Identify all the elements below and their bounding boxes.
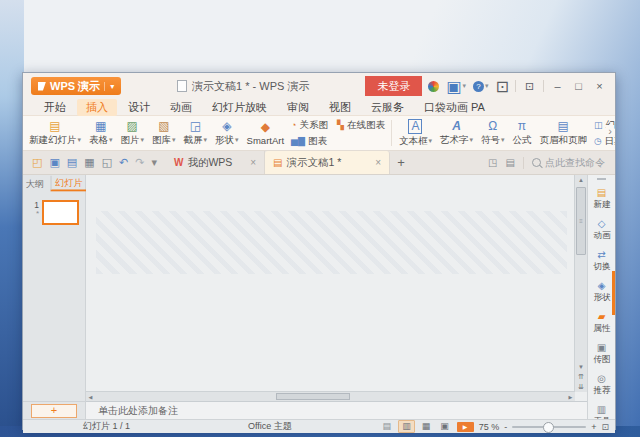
dropdown-caret-icon: ▾ <box>469 136 473 144</box>
next-slide-button[interactable]: ⇊ <box>578 382 584 392</box>
docs-button[interactable]: ▣ ▾ <box>446 77 466 96</box>
zoom-slider[interactable] <box>512 426 586 428</box>
login-button[interactable]: 未登录 <box>365 76 422 96</box>
diagram-button[interactable]: ◔ 关系图 <box>291 119 328 132</box>
print-button[interactable]: ▦ <box>84 156 94 169</box>
wps-app-menu-button[interactable]: WPS 演示 ▾ <box>31 77 121 95</box>
menu-tab[interactable]: 视图 <box>320 99 360 116</box>
save-button[interactable]: ▣ <box>49 156 59 169</box>
menu-tab[interactable]: 动画 <box>161 99 201 116</box>
skin-button[interactable]: ⊡ ▾ <box>496 77 509 96</box>
tab-close-icon[interactable]: × <box>365 157 381 168</box>
docbar-tool-button-2[interactable]: ▤ <box>506 157 515 168</box>
panel-tab[interactable]: 大纲 <box>22 177 48 191</box>
tab-document-1[interactable]: ▤ 演示文稿1 * × <box>265 151 390 174</box>
chart-icon: ▅▇ <box>291 137 305 146</box>
gallery-button[interactable]: ▧ 图库 ▾ <box>148 116 180 150</box>
menu-tab[interactable]: 云服务 <box>362 99 413 116</box>
close-button[interactable]: × <box>592 79 607 94</box>
command-search-box[interactable]: 点此查找命令 <box>532 156 605 170</box>
scroll-down-icon[interactable]: ▼ <box>578 362 584 372</box>
sidebar-item-upload-image[interactable]: ▣ 传图 <box>593 342 611 366</box>
ribbon-overflow-button[interactable]: › <box>606 125 614 137</box>
slide-panel: 大纲幻灯片 1 * + <box>23 175 86 419</box>
menu-tab[interactable]: 幻灯片放映 <box>203 99 276 116</box>
interface-settings-button[interactable]: ⊡ <box>522 79 537 94</box>
slide-number: 1 * <box>28 200 39 225</box>
panel-tab[interactable]: 幻灯片 <box>50 176 86 192</box>
maximize-button[interactable]: □ <box>571 79 586 94</box>
shapes-button[interactable]: ◈ 形状 ▾ <box>211 116 243 150</box>
scroll-left-icon[interactable]: ◀ <box>86 394 95 400</box>
tab-close-icon[interactable]: × <box>240 157 256 168</box>
horizontal-scroll-thumb[interactable] <box>276 393 350 400</box>
table-button[interactable]: ▦ 表格 ▾ <box>85 116 117 150</box>
slide-sorter-button[interactable]: ▦ <box>419 421 434 432</box>
slideshow-play-button[interactable]: ▶ <box>457 422 474 432</box>
docbar-tool-button-1[interactable]: ◳ <box>488 157 497 168</box>
tab-my-wps[interactable]: W 我的WPS × <box>166 151 265 174</box>
sidebar-item-animation[interactable]: ◇ 动画 <box>593 218 611 242</box>
textbox-button[interactable]: A 文本框 ▾ <box>395 116 436 150</box>
open-button[interactable]: ◰ <box>32 156 42 169</box>
sidebar-item-new[interactable]: ▤ 新建 <box>593 187 611 211</box>
previous-slide-button[interactable]: ⇈ <box>578 372 584 382</box>
panel-tabs: 大纲幻灯片 <box>23 175 85 192</box>
quick-access-caret[interactable]: ▾ <box>151 156 157 169</box>
sidebar-item-properties[interactable]: ▰ 属性 <box>593 311 611 335</box>
help-button[interactable]: ? ▾ <box>473 81 489 92</box>
fit-to-window-button[interactable]: ⊡ <box>601 422 609 432</box>
button-label: 艺术字 ▾ <box>440 134 473 147</box>
zoom-in-button[interactable]: + <box>591 422 596 432</box>
horizontal-scrollbar[interactable]: ◀ ▶ <box>86 391 575 401</box>
sidebar-item-recommend[interactable]: ◎ 推荐 <box>593 373 611 397</box>
header-footer-button[interactable]: ▤ 页眉和页脚 ▾ <box>535 116 591 150</box>
chart-button[interactable]: ▅▇ 图表 <box>291 135 327 148</box>
sidebar-item-shapes[interactable]: ◈ 形状 <box>593 280 611 304</box>
new-slide-button[interactable]: ▤ 新建幻灯片 ▾ <box>25 116 85 150</box>
document-tabs: W 我的WPS × ▤ 演示文稿1 * × <box>166 151 390 174</box>
app-menu-caret-icon[interactable]: ▾ <box>104 82 114 91</box>
export-button[interactable]: ▤ <box>67 156 77 169</box>
slide-thumbnail[interactable] <box>42 200 79 225</box>
symbol-button[interactable]: Ω 符号 ▾ <box>477 116 509 150</box>
undo-button[interactable]: ↶ <box>119 156 128 169</box>
search-placeholder: 点此查找命令 <box>545 156 605 170</box>
notes-panel-button[interactable]: ▤ <box>380 421 395 432</box>
sidebar-item-transition[interactable]: ⇄ 切换 <box>593 249 611 273</box>
theme-name[interactable]: Office 主题 <box>248 420 292 433</box>
add-slide-button[interactable]: + <box>31 404 77 418</box>
scroll-right-icon[interactable]: ▶ <box>566 394 575 400</box>
menu-tab[interactable]: 插入 <box>77 99 117 116</box>
zoom-slider-handle[interactable] <box>543 422 554 433</box>
redo-button[interactable]: ↷ <box>135 156 144 169</box>
new-tab-button[interactable]: + <box>390 151 412 174</box>
reading-view-button[interactable]: ▣ <box>437 421 452 432</box>
scroll-up-icon[interactable]: ▲ <box>578 175 584 185</box>
table-icon: ▦ <box>95 120 106 133</box>
account-button[interactable]: ▾ <box>428 81 439 92</box>
wordart-button[interactable]: A 艺术字 ▾ <box>436 116 477 150</box>
slide-thumbnail-item[interactable]: 1 * <box>23 192 85 225</box>
button-label: 截屏 ▾ <box>184 134 208 147</box>
sidebar-item-tools[interactable]: ▥ 工具 <box>593 404 611 419</box>
zoom-out-button[interactable]: - <box>504 422 507 432</box>
menu-tab[interactable]: 口袋动画 PA <box>415 99 494 116</box>
screenshot-button[interactable]: ◲ 截屏 ▾ <box>180 116 212 150</box>
slide-canvas[interactable]: ▲ ≡ ▼ ⇈ ⇊ ◀ ▶ <box>86 175 587 401</box>
online-chart-button[interactable]: ▚ 在线图表 <box>337 119 385 132</box>
notes-area[interactable]: 单击此处添加备注 <box>86 401 587 419</box>
app-title: WPS 演示 <box>50 79 100 94</box>
sidebar-active-indicator <box>612 271 615 315</box>
normal-view-button[interactable]: ▥ <box>398 420 415 433</box>
formula-button[interactable]: π 公式 ▾ <box>508 116 535 150</box>
menu-tab[interactable]: 设计 <box>119 99 159 116</box>
vertical-scrollbar[interactable]: ▲ ≡ ▼ ⇈ ⇊ <box>574 175 587 392</box>
picture-button[interactable]: ▨ 图片 ▾ <box>117 116 149 150</box>
menu-tab[interactable]: 审阅 <box>278 99 318 116</box>
print-preview-button[interactable]: ◱ <box>102 156 112 169</box>
smartart-button[interactable]: ◆ SmartArt ▾ <box>243 116 288 150</box>
menu-tab[interactable]: 开始 <box>35 99 75 116</box>
vertical-scroll-thumb[interactable]: ≡ <box>576 187 586 255</box>
minimize-button[interactable]: – <box>550 79 565 94</box>
